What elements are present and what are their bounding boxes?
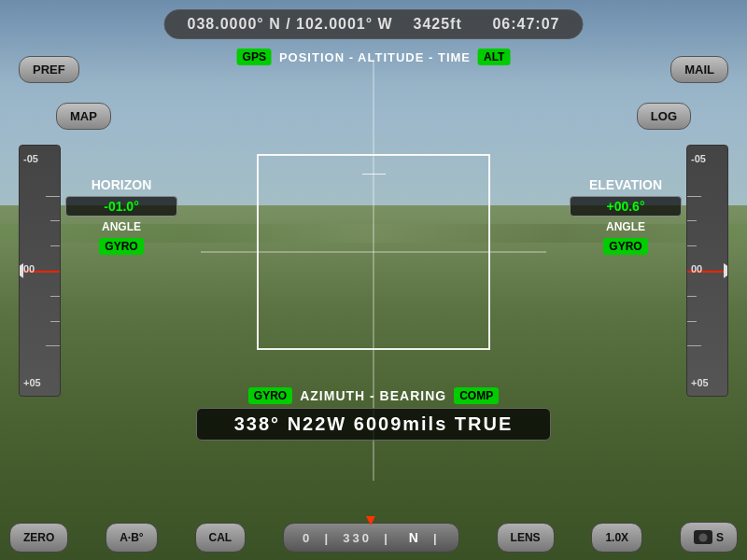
altitude-text: 3425ft [413, 16, 461, 32]
compass-strip[interactable]: 0 | 330 | N | [283, 523, 459, 553]
elevation-gyro-badge: GYRO [603, 238, 647, 255]
coordinates-text: 038.0000° N / 102.0001° W [188, 16, 393, 32]
right-ruler: -05 00 +05 [686, 145, 728, 397]
lens-button[interactable]: LENS [497, 523, 555, 553]
camera-icon [694, 530, 712, 544]
coordinates-bar: 038.0000° N / 102.0001° W 3425ft 06:47:0… [164, 9, 584, 39]
pref-button[interactable]: PREF [19, 56, 79, 83]
gps-label: POSITION - ALTITUDE - TIME [279, 50, 471, 64]
cal-button[interactable]: CAL [195, 523, 247, 553]
right-ruler-mid-label: 00 [691, 263, 702, 274]
bottom-toolbar: ZERO A·B° CAL 0 | 330 | N | LENS 1.0X S [9, 522, 738, 553]
map-button[interactable]: MAP [56, 103, 111, 130]
elevation-angle-label: ANGLE [570, 220, 682, 233]
left-ruler: -05 00 +05 [19, 145, 61, 397]
horizon-angle-label: ANGLE [65, 220, 177, 233]
azimuth-comp-badge: COMP [454, 387, 499, 404]
horizon-value: -01.0° [65, 196, 177, 217]
azimuth-value: 338° N22W 6009mils TRUE [196, 408, 551, 441]
camera-button[interactable]: S [680, 522, 738, 553]
azimuth-label: AZIMUTH - BEARING [300, 388, 446, 403]
log-button[interactable]: LOG [637, 103, 691, 130]
elevation-panel: ELEVATION +00.6° ANGLE GYRO [570, 177, 682, 254]
right-ruler-top-label: -05 [691, 153, 706, 164]
ab-button[interactable]: A·B° [106, 523, 157, 553]
azimuth-gyro-badge: GYRO [248, 387, 292, 404]
compass-label: 0 | 330 | N | [303, 530, 440, 545]
left-ruler-top-label: -05 [23, 153, 38, 164]
gps-badge[interactable]: GPS [237, 49, 272, 65]
elevation-title: ELEVATION [570, 177, 682, 192]
targeting-box [257, 154, 490, 350]
left-ruler-mid-label: 00 [23, 263, 35, 274]
zero-button[interactable]: ZERO [9, 523, 68, 553]
camera-label: S [716, 531, 724, 544]
right-ruler-bot-label: +05 [691, 377, 709, 388]
horizon-title: HORIZON [65, 177, 177, 192]
zoom-button[interactable]: 1.0X [591, 523, 642, 553]
azimuth-section: GYRO AZIMUTH - BEARING COMP 338° N22W 60… [196, 387, 551, 441]
left-ruler-arrow [19, 263, 23, 278]
horizon-gyro-badge: GYRO [99, 238, 143, 255]
horizon-panel: HORIZON -01.0° ANGLE GYRO [65, 177, 177, 254]
mail-button[interactable]: MAIL [670, 56, 728, 83]
right-ruler-arrow [724, 263, 728, 278]
elevation-value: +00.6° [570, 196, 682, 217]
left-ruler-bot-label: +05 [23, 377, 41, 388]
time-text: 06:47:07 [492, 16, 559, 32]
alt-badge[interactable]: ALT [478, 49, 510, 65]
compass-indicator [366, 516, 375, 525]
azimuth-header-row: GYRO AZIMUTH - BEARING COMP [196, 387, 551, 404]
